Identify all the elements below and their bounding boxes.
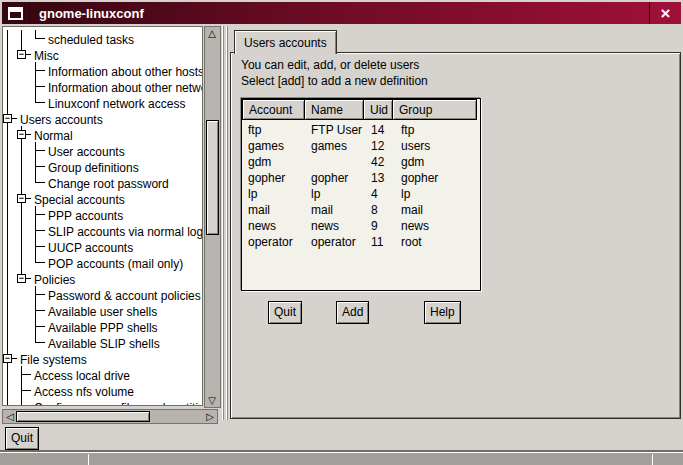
vertical-scroll-thumb[interactable] <box>206 120 219 235</box>
window-menu-button[interactable] <box>2 2 30 24</box>
tree-item[interactable]: Password & account policies <box>3 286 202 302</box>
tree-item[interactable]: −File systems <box>3 350 202 366</box>
tree-guide <box>3 302 17 318</box>
scroll-right-button[interactable]: ▷ <box>203 410 217 423</box>
down-arrow-icon: ▽ <box>208 395 216 406</box>
tree-item-label: SLIP accounts via normal login <box>48 225 203 239</box>
tree-guide <box>17 174 31 190</box>
main-quit-button[interactable]: Quit <box>5 427 39 450</box>
table-row[interactable]: lplp4lp <box>242 186 480 202</box>
tree-expander[interactable]: − <box>3 350 17 366</box>
tree-vertical-scrollbar[interactable]: △ ▽ <box>204 26 221 408</box>
tree-guide <box>3 142 17 158</box>
column-header-group[interactable]: Group <box>392 99 477 120</box>
tree-guide <box>31 142 45 158</box>
tree-item-label: Special accounts <box>34 193 125 207</box>
tree-item[interactable]: −Policies <box>3 270 202 286</box>
column-header-uid[interactable]: Uid <box>363 99 393 120</box>
collapse-icon[interactable]: − <box>17 194 26 203</box>
tree-guide <box>3 46 17 62</box>
tree-guide <box>3 238 17 254</box>
tree-item[interactable]: −Special accounts <box>3 190 202 206</box>
tree-guide <box>17 302 31 318</box>
table-cell: 4 <box>365 186 395 202</box>
table-cell: FTP User <box>305 122 365 138</box>
tree-item[interactable]: Change root password <box>3 174 202 190</box>
tree-item-label: PPP accounts <box>48 209 123 223</box>
add-button[interactable]: Add <box>336 301 369 324</box>
tree-item[interactable]: Access local drive <box>3 366 202 382</box>
tab-users-accounts[interactable]: Users accounts <box>234 30 337 54</box>
tree-item-label: Password & account policies <box>48 289 201 303</box>
tree-guide <box>31 286 45 302</box>
column-header-name[interactable]: Name <box>304 99 364 120</box>
table-cell: lp <box>305 186 365 202</box>
tree-item[interactable]: SLIP accounts via normal login <box>3 222 202 238</box>
collapse-icon[interactable]: − <box>17 50 26 59</box>
tree-item[interactable]: UUCP accounts <box>3 238 202 254</box>
tree-item[interactable]: Access nfs volume <box>3 382 202 398</box>
pane-divider[interactable] <box>222 26 230 420</box>
tree-item[interactable]: Information about other networks <box>3 78 202 94</box>
close-icon: × <box>661 5 671 22</box>
table-row[interactable]: mailmail8mail <box>242 202 480 218</box>
tree-item-label: Group definitions <box>48 161 139 175</box>
tree-expander[interactable]: − <box>17 126 31 142</box>
table-row[interactable]: ftpFTP User14ftp <box>242 122 480 138</box>
up-arrow-icon: △ <box>208 28 216 39</box>
collapse-icon[interactable]: − <box>17 274 26 283</box>
column-header-account[interactable]: Account <box>242 99 305 120</box>
tree-guide <box>17 382 31 398</box>
help-button[interactable]: Help <box>424 301 461 324</box>
tree-guide <box>3 190 17 206</box>
tree-item[interactable]: Linuxconf network access <box>3 94 202 110</box>
tree-item[interactable]: User accounts <box>3 142 202 158</box>
table-cell: 42 <box>365 154 395 170</box>
quit-button[interactable]: Quit <box>268 301 302 324</box>
tree-expander[interactable]: − <box>17 190 31 206</box>
tree-item[interactable]: Available PPP shells <box>3 318 202 334</box>
tree-item[interactable]: POP accounts (mail only) <box>3 254 202 270</box>
tree-guide <box>31 254 45 270</box>
table-row[interactable]: gamesgames12users <box>242 138 480 154</box>
tree-item[interactable]: Available SLIP shells <box>3 334 202 350</box>
scroll-down-button[interactable]: ▽ <box>205 394 219 407</box>
window-title: gnome-linuxconf <box>39 6 144 21</box>
horizontal-scroll-thumb[interactable] <box>16 411 150 422</box>
tree-expander[interactable]: − <box>17 46 31 62</box>
collapse-icon[interactable]: − <box>17 130 26 139</box>
tree-item[interactable]: −Normal <box>3 126 202 142</box>
tree-item[interactable]: Information about other hosts <box>3 62 202 78</box>
tree-guide <box>3 30 17 46</box>
close-button[interactable]: × <box>649 2 681 24</box>
tree-guide <box>31 334 45 350</box>
tree-item[interactable]: scheduled tasks <box>3 30 202 46</box>
tree-item[interactable]: Configure swap files and partitions <box>3 398 202 406</box>
table-row[interactable]: newsnews9news <box>242 218 480 234</box>
tree-item[interactable]: Group definitions <box>3 158 202 174</box>
tree-item[interactable]: Available user shells <box>3 302 202 318</box>
collapse-icon[interactable]: − <box>3 354 12 363</box>
table-cell: gdm <box>395 154 480 170</box>
tree-expander[interactable]: − <box>17 270 31 286</box>
tree-guide <box>17 334 31 350</box>
table-cell: 9 <box>365 218 395 234</box>
tree-item[interactable]: PPP accounts <box>3 206 202 222</box>
tree-item-label: Policies <box>34 273 75 287</box>
table-row[interactable]: gophergopher13gopher <box>242 170 480 186</box>
scroll-up-button[interactable]: △ <box>205 27 219 40</box>
tree-guide <box>17 62 31 78</box>
tree-item-label: Normal <box>34 129 73 143</box>
tree-horizontal-scrollbar[interactable]: ◁ ▷ <box>2 409 218 424</box>
scroll-left-button[interactable]: ◁ <box>3 410 17 423</box>
collapse-icon[interactable]: − <box>3 114 12 123</box>
tree-expander[interactable]: − <box>3 110 17 126</box>
table-cell: operator <box>305 234 365 250</box>
tree-item[interactable]: −Misc <box>3 46 202 62</box>
table-row[interactable]: gdm42gdm <box>242 154 480 170</box>
table-row[interactable]: operatoroperator11root <box>242 234 480 250</box>
table-cell: lp <box>242 186 305 202</box>
tree-guide <box>3 158 17 174</box>
tree-item[interactable]: −Users accounts <box>3 110 202 126</box>
table-cell: ftp <box>242 122 305 138</box>
